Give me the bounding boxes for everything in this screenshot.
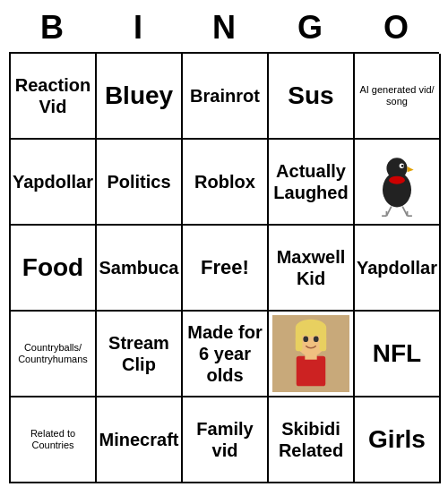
letter-o: O: [356, 9, 436, 47]
cell-text-r4c4: Girls: [368, 424, 426, 455]
cell-r0c0: Reaction Vid: [11, 54, 97, 140]
cell-text-r2c2: Free!: [201, 256, 249, 279]
cell-r1c3: Actually Laughed: [269, 140, 355, 226]
bingo-header: B I N G O: [9, 4, 439, 52]
cell-text-r2c1: Sambuca: [99, 257, 179, 278]
cell-r1c2: Roblox: [183, 140, 269, 226]
bingo-grid: Reaction VidBlueyBrainrotSusAI generated…: [9, 52, 439, 483]
svg-point-19: [303, 336, 308, 342]
cell-r4c1: Minecraft: [97, 397, 183, 483]
cell-text-r4c2: Family vid: [186, 418, 263, 461]
cell-r0c4: AI generated vid/ song: [355, 54, 441, 140]
svg-rect-17: [296, 327, 303, 351]
letter-i: I: [98, 9, 178, 47]
letter-g: G: [270, 9, 350, 47]
svg-marker-2: [408, 167, 414, 172]
cell-text-r0c4: AI generated vid/ song: [358, 84, 435, 107]
cell-text-r3c2: Made for 6 year olds: [186, 321, 263, 386]
cell-text-r3c4: NFL: [373, 338, 421, 369]
cell-r2c0: Food: [11, 226, 97, 312]
svg-point-20: [314, 336, 319, 342]
cell-text-r0c2: Brainrot: [190, 85, 260, 107]
svg-point-1: [386, 158, 407, 178]
cell-r1c4: [355, 140, 441, 226]
cell-r4c0: Related to Countries: [11, 397, 97, 483]
cell-r3c2: Made for 6 year olds: [183, 312, 269, 397]
svg-rect-18: [320, 327, 327, 351]
cell-r2c1: Sambuca: [97, 226, 183, 312]
cell-text-r0c3: Sus: [288, 81, 333, 111]
svg-point-4: [401, 165, 404, 167]
cell-text-r2c4: Yapdollar: [357, 257, 437, 278]
letter-b: B: [12, 9, 92, 47]
svg-rect-13: [297, 356, 325, 386]
cell-r3c0: Countryballs/ Countryhumans: [11, 312, 97, 397]
cell-text-r2c0: Food: [22, 252, 83, 283]
cell-r2c4: Yapdollar: [355, 226, 441, 312]
cell-text-r2c3: Maxwell Kid: [272, 246, 349, 289]
svg-point-5: [389, 176, 405, 184]
cell-r1c1: Politics: [97, 140, 183, 226]
cell-r2c3: Maxwell Kid: [269, 226, 355, 312]
cell-text-r0c0: Reaction Vid: [14, 74, 91, 117]
cell-r0c1: Bluey: [97, 54, 183, 140]
cell-text-r1c3: Actually Laughed: [272, 160, 349, 203]
cell-text-r1c2: Roblox: [194, 171, 255, 192]
cell-r3c3: [269, 312, 355, 397]
letter-n: N: [184, 9, 264, 47]
cell-r2c2: Free!: [183, 226, 269, 312]
cell-r1c0: Yapdollar: [11, 140, 97, 226]
cell-r3c1: Stream Clip: [97, 312, 183, 397]
cell-text-r1c1: Politics: [107, 171, 170, 192]
cell-text-r1c0: Yapdollar: [13, 171, 93, 192]
cell-text-r3c1: Stream Clip: [100, 332, 177, 375]
cell-text-r3c0: Countryballs/ Countryhumans: [14, 342, 91, 365]
cell-text-r4c3: Skibidi Related: [272, 418, 349, 461]
cell-r0c2: Brainrot: [183, 54, 269, 140]
cell-text-r4c0: Related to Countries: [14, 428, 91, 451]
bingo-card: B I N G O Reaction VidBlueyBrainrotSusAI…: [9, 4, 439, 483]
cell-text-r0c1: Bluey: [105, 81, 173, 111]
cell-r4c2: Family vid: [183, 397, 269, 483]
cell-r3c4: NFL: [355, 312, 441, 397]
cell-r4c4: Girls: [355, 397, 441, 483]
cell-text-r4c1: Minecraft: [99, 429, 179, 450]
cell-r4c3: Skibidi Related: [269, 397, 355, 483]
cell-r0c3: Sus: [269, 54, 355, 140]
